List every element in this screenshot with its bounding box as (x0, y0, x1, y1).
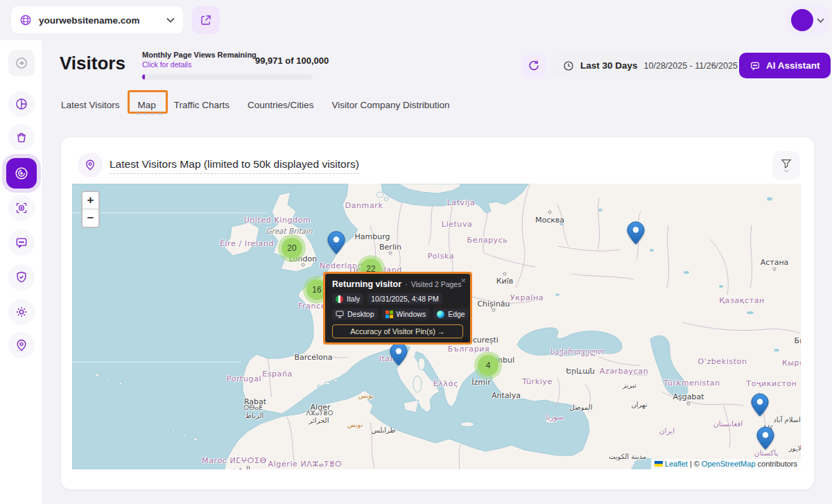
map-card: Latest Visitors Map (limited to 50k disp… (61, 137, 814, 489)
map-zoom-control: + − (81, 191, 100, 228)
tooltip-datetime-chip: 10/31/2025, 4:48 PM (367, 293, 442, 304)
ai-assistant-label: AI Assistant (766, 60, 820, 71)
cluster-marker[interactable]: 4 (474, 351, 502, 379)
shopping-bag-icon (15, 130, 28, 144)
map-filter-button[interactable] (772, 151, 800, 180)
tab-countries-cities[interactable]: Countries/Cities (248, 100, 313, 110)
tooltip-pages-visited: Visited 2 Pages (411, 280, 462, 288)
refresh-icon (528, 60, 540, 72)
period-label: Last 30 Days (580, 60, 638, 71)
external-link-icon (200, 14, 212, 26)
visitor-pin[interactable] (756, 426, 774, 450)
sidebar-item-recordings[interactable] (8, 195, 35, 221)
chat-icon (749, 60, 761, 71)
windows-icon (385, 311, 393, 318)
map-attribution: Leaflet | © OpenStreetMap contributors (651, 459, 801, 469)
map-card-title: Latest Visitors Map (limited to 50k disp… (110, 158, 359, 174)
pageviews-progress-fill (142, 74, 145, 80)
sidebar-item-visitors[interactable] (6, 158, 37, 189)
city-dot-icon (389, 252, 392, 255)
avatar (791, 9, 813, 31)
refresh-button[interactable] (521, 53, 546, 78)
sidebar-item-feedback[interactable] (8, 229, 35, 256)
collapse-icon (15, 56, 28, 70)
tab-map[interactable]: Map (138, 100, 156, 110)
visitors-radar-icon (14, 166, 29, 181)
sidebar-item-security[interactable] (8, 264, 35, 290)
accuracy-of-visitor-pins-button[interactable]: Accuracy of Visitor Pin(s) → (332, 324, 463, 338)
city-dot-icon (492, 309, 496, 312)
map-pin-icon (15, 338, 28, 352)
account-menu[interactable] (786, 6, 829, 35)
cluster-marker[interactable]: 20 (278, 234, 306, 262)
tooltip-title: Returning visitor (332, 279, 401, 289)
website-name: yourwebsitename.com (39, 15, 159, 26)
close-icon[interactable]: × (460, 275, 466, 286)
zoom-out-button[interactable]: − (83, 209, 98, 227)
page-title: Visitors (60, 53, 125, 74)
sidebar-item-store[interactable] (8, 124, 35, 150)
tooltip-country-chip: Italy (332, 293, 363, 304)
chevron-down-icon (817, 18, 824, 23)
visitor-pin[interactable] (627, 221, 645, 245)
top-bar: yourwebsitename.com (0, 0, 832, 40)
italy-flag-icon (336, 295, 343, 303)
website-selector[interactable]: yourwebsitename.com (11, 6, 183, 34)
city-dot-icon (773, 268, 777, 271)
chevron-down-icon (166, 17, 175, 23)
pageviews-value: 99,971 of 100,000 (255, 55, 329, 66)
visitor-pin[interactable] (327, 231, 345, 254)
date-range-value: 10/28/2025 - 11/26/2025 (644, 61, 738, 71)
tooltip-browser-chip: Edge (433, 309, 469, 320)
leaflet-link[interactable]: Leaflet (665, 460, 688, 468)
tooltip-device-chip: Desktop (332, 309, 378, 320)
globe-icon (19, 14, 32, 26)
gear-icon (15, 305, 28, 319)
ukraine-flag-icon (655, 461, 663, 467)
open-website-button[interactable] (192, 6, 220, 34)
desktop-icon (336, 311, 344, 318)
active-tab-underline (136, 113, 162, 114)
chat-icon (15, 236, 28, 250)
sidebar-item-settings[interactable] (8, 299, 35, 325)
date-range-picker[interactable]: Last 30 Days 10/28/2025 - 11/26/2025 (552, 53, 762, 78)
tab-visitor-company-distribution[interactable]: Visitor Company Distribution (331, 100, 449, 110)
shield-check-icon (15, 270, 28, 284)
map-canvas[interactable]: United KingdomGreat BritainÉire / Irelan… (72, 184, 801, 469)
sidebar (0, 40, 43, 504)
visitor-pin[interactable] (390, 342, 408, 366)
tab-latest-visitors[interactable]: Latest Visitors (61, 100, 120, 110)
clock-icon (563, 60, 574, 71)
city-dot-icon (687, 402, 691, 406)
chevron-down-icon (783, 169, 790, 173)
tab-traffic-charts[interactable]: Traffic Charts (174, 100, 229, 110)
pie-chart-icon (15, 97, 28, 111)
sidebar-item-dashboard[interactable] (8, 91, 35, 117)
zoom-in-button[interactable]: + (83, 192, 98, 209)
tooltip-os-chip: Windows (382, 309, 430, 320)
edge-icon (437, 311, 444, 318)
pageviews-progress (142, 74, 313, 80)
visitor-pin[interactable] (751, 393, 769, 417)
scan-icon (15, 201, 28, 215)
city-dot-icon (302, 263, 305, 267)
openstreetmap-link[interactable]: OpenStreetMap (702, 460, 756, 468)
visitor-tooltip: Returning visitor · Visited 2 Pages × It… (325, 274, 470, 342)
tooltip-separator: · (405, 280, 408, 288)
map-pin-badge (78, 153, 103, 177)
annotation-box-map-tab (128, 90, 168, 114)
pageviews-widget: Monthly Page Views Remaining Click for d… (142, 51, 313, 69)
tabs-row: Latest VisitorsMapTraffic ChartsCountrie… (61, 100, 449, 110)
funnel-icon (781, 159, 792, 168)
city-dot-icon (548, 211, 552, 214)
sidebar-item-location[interactable] (8, 332, 35, 358)
city-dot-icon (503, 272, 507, 276)
ai-assistant-button[interactable]: AI Assistant (739, 53, 831, 78)
visitor-tooltip-annotation: Returning visitor · Visited 2 Pages × It… (323, 272, 472, 345)
sidebar-collapse-button[interactable] (8, 50, 35, 76)
